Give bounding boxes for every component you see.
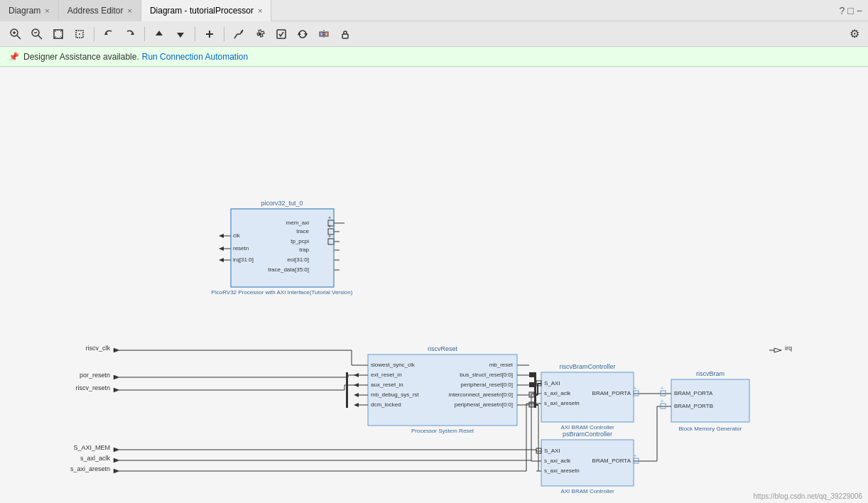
svg-text:S_AXI: S_AXI <box>544 448 560 454</box>
svg-text:ext_reset_in: ext_reset_in <box>371 372 402 378</box>
svg-text:+: + <box>661 399 663 404</box>
pin-icon: 📌 <box>9 52 19 62</box>
svg-text:eoi[31:0]: eoi[31:0] <box>287 256 309 263</box>
svg-text:BRAM_PORTA: BRAM_PORTA <box>674 390 713 396</box>
svg-text:mb_debug_sys_rst: mb_debug_sys_rst <box>371 391 419 398</box>
svg-text:s_axi_aclk: s_axi_aclk <box>544 390 571 396</box>
svg-text:mem_axi: mem_axi <box>286 220 310 226</box>
redo-button[interactable] <box>120 24 140 44</box>
tab-diagram-label: Diagram <box>9 6 40 16</box>
svg-text:s_axi_aclk: s_axi_aclk <box>544 458 571 464</box>
svg-text:clk: clk <box>233 232 241 239</box>
svg-text:Block Memory Generator: Block Memory Generator <box>679 426 742 432</box>
svg-marker-132 <box>114 348 119 352</box>
svg-text:interconnect_aresetn[0:0]: interconnect_aresetn[0:0] <box>449 391 513 398</box>
down-button[interactable] <box>170 24 190 44</box>
tab-diagram-close[interactable]: × <box>45 6 49 15</box>
svg-marker-147 <box>114 448 119 452</box>
banner-text: Designer Assistance available. <box>23 52 139 62</box>
svg-text:peripheral_aresetn[0:0]: peripheral_aresetn[0:0] <box>455 401 513 408</box>
tab-diagram-tutorial-close[interactable]: × <box>258 6 262 15</box>
gear-button[interactable]: ⚙ <box>850 27 862 40</box>
svg-marker-162 <box>774 348 781 352</box>
svg-text:PicoRV32 Processor with AXI In: PicoRV32 Processor with AXI Interface(Tu… <box>212 289 353 296</box>
svg-text:S_AXI: S_AXI <box>544 380 560 386</box>
svg-text:+: + <box>328 224 331 229</box>
svg-text:s_axi_aresetn: s_axi_aresetn <box>544 467 580 474</box>
svg-text:Processor System Reset: Processor System Reset <box>411 428 474 434</box>
undo-button[interactable] <box>99 24 119 44</box>
tab-diagram-tutorial-label: Diagram - tutorialProcessor <box>150 6 254 16</box>
lock-button[interactable] <box>335 24 355 44</box>
tool1-button[interactable] <box>250 24 270 44</box>
sep4 <box>224 27 224 41</box>
svg-marker-76 <box>354 403 359 407</box>
fit-selection-button[interactable] <box>70 24 89 44</box>
svg-text:+: + <box>328 215 331 220</box>
tab-address-editor[interactable]: Address Editor × <box>59 0 141 21</box>
svg-marker-34 <box>219 234 224 238</box>
diagram-canvas[interactable]: picorv32_tut_0 clk resetn irq[31:0] mem_… <box>0 67 868 503</box>
validate-button[interactable] <box>271 24 291 44</box>
refresh-button[interactable] <box>293 24 313 44</box>
tab-diagram-tutorial[interactable]: Diagram - tutorialProcessor × <box>141 0 271 21</box>
window-controls: ? □ − <box>840 5 868 16</box>
svg-text:mb_reset: mb_reset <box>489 362 514 368</box>
svg-marker-151 <box>114 458 119 463</box>
svg-text:+: + <box>328 234 331 239</box>
svg-line-1 <box>17 36 21 39</box>
svg-text:s_axi_aresetn: s_axi_aresetn <box>544 400 580 406</box>
svg-text:resetn: resetn <box>233 245 249 252</box>
svg-text:riscvBramController: riscvBramController <box>559 363 615 370</box>
svg-marker-142 <box>114 388 119 392</box>
svg-text:riscv_clk: riscv_clk <box>85 345 110 352</box>
svg-marker-157 <box>114 469 119 473</box>
add-button[interactable] <box>200 24 219 44</box>
svg-text:slowest_sync_clk: slowest_sync_clk <box>371 362 416 368</box>
svg-marker-37 <box>219 247 224 251</box>
zoom-in-button[interactable] <box>6 24 26 44</box>
svg-marker-73 <box>354 393 359 397</box>
svg-text:S_AXI_MEM: S_AXI_MEM <box>73 444 110 451</box>
minimize-icon[interactable]: − <box>857 5 862 16</box>
svg-rect-175 <box>346 372 348 408</box>
svg-text:irq[31:0]: irq[31:0] <box>233 256 254 263</box>
svg-text:BRAM_PORTB: BRAM_PORTB <box>674 403 713 409</box>
svg-text:BRAM_PORTA: BRAM_PORTA <box>592 458 631 464</box>
zoom-out-button[interactable] <box>27 24 47 44</box>
fit-full-button[interactable] <box>48 24 68 44</box>
svg-text:aux_reset_in: aux_reset_in <box>371 382 403 388</box>
sep2 <box>144 27 145 41</box>
svg-text:por_resetn: por_resetn <box>80 372 110 379</box>
tab-diagram[interactable]: Diagram × <box>0 0 59 21</box>
svg-text:riscvBram: riscvBram <box>696 370 725 377</box>
flip-button[interactable] <box>314 24 334 44</box>
tab-address-editor-label: Address Editor <box>67 6 124 16</box>
svg-line-5 <box>38 36 42 39</box>
svg-text:AXI BRAM Controller: AXI BRAM Controller <box>560 424 614 431</box>
svg-rect-23 <box>277 30 286 38</box>
svg-marker-18 <box>177 33 184 38</box>
svg-text:trace_data[35:0]: trace_data[35:0] <box>268 266 309 273</box>
sep1 <box>94 27 94 41</box>
up-button[interactable] <box>149 24 169 44</box>
svg-text:s_axi_aresetn: s_axi_aresetn <box>70 465 110 472</box>
help-icon[interactable]: ? <box>840 5 845 16</box>
tab-address-editor-close[interactable]: × <box>128 6 132 15</box>
svg-text:BRAM_PORTA: BRAM_PORTA <box>592 390 631 396</box>
svg-text:+: + <box>661 386 663 391</box>
svg-text:trace: trace <box>296 228 309 234</box>
tab-bar: Diagram × Address Editor × Diagram - tut… <box>0 0 868 21</box>
svg-text:s_axl_aclk: s_axl_aclk <box>80 455 111 462</box>
svg-rect-120 <box>671 379 749 422</box>
svg-text:peripheral_reset[0:0]: peripheral_reset[0:0] <box>461 382 513 388</box>
svg-text:riscv_resetn: riscv_resetn <box>75 384 110 391</box>
run-connection-automation-link[interactable]: Run Connection Automation <box>142 52 248 62</box>
maximize-icon[interactable]: □ <box>847 5 853 16</box>
svg-marker-137 <box>114 375 119 379</box>
route-button[interactable] <box>229 24 249 44</box>
svg-text:tp_pcpi: tp_pcpi <box>291 238 309 244</box>
svg-text:irq: irq <box>785 345 792 352</box>
svg-rect-174 <box>534 372 536 408</box>
svg-marker-40 <box>219 258 224 262</box>
